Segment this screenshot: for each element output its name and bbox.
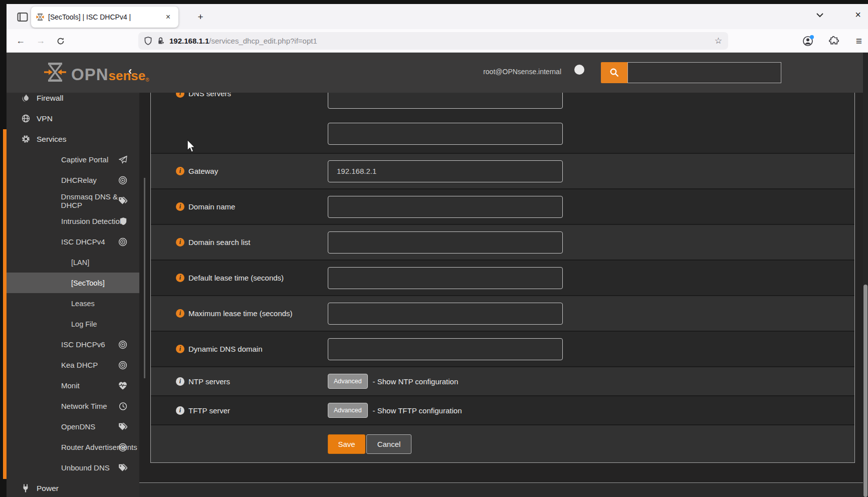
info-icon[interactable]: i [176, 238, 184, 246]
tags-icon [118, 463, 127, 472]
form-row-default-lease-time-seconds: i Default lease time (seconds) [151, 260, 854, 295]
bullseye-icon [118, 237, 127, 246]
sidebar-item-label: Services [37, 135, 66, 144]
advanced-hint-text: - Show TFTP configuration [373, 406, 462, 415]
sidebar-item-services[interactable]: Services [7, 129, 139, 149]
sidebar-item-label: Captive Portal [61, 155, 108, 164]
search-button[interactable] [601, 62, 627, 83]
form-text-input[interactable] [328, 160, 563, 182]
save-button[interactable]: Save [328, 434, 365, 454]
new-tab-button[interactable]: + [193, 10, 208, 24]
sidebar-item-isc-dhcpv6[interactable]: ISC DHCPv6 [7, 334, 139, 355]
sidebar-item-captive-portal[interactable]: Captive Portal [7, 149, 139, 170]
info-icon[interactable]: i [176, 167, 184, 175]
bookmark-star-icon[interactable]: ☆ [715, 36, 722, 46]
sidebar-collapse-chevron[interactable]: ‹ [128, 65, 132, 78]
window-close-icon[interactable]: × [855, 9, 861, 21]
sidebar-item-lan[interactable]: [LAN] [7, 252, 139, 273]
form-row-dynamic-dns-domain: i Dynamic DNS domain [151, 331, 854, 366]
info-icon[interactable]: i [176, 345, 184, 353]
address-field[interactable]: 192.168.1.1/services_dhcp_edit.php?if=op… [138, 32, 728, 50]
sidebar-item-label: Firewall [37, 94, 63, 103]
form-text-input[interactable] [328, 196, 563, 218]
sidebar-item-label: Unbound DNS [61, 463, 110, 472]
sidebar-item-power[interactable]: Power [7, 478, 139, 497]
opnsense-hourglass-icon [43, 62, 67, 83]
opnsense-header: OPNsense® ‹ root@OPNsense.internal [7, 53, 868, 93]
sidebar-item-isc-dhcpv4[interactable]: ISC DHCPv4 [7, 231, 139, 252]
sidebar-item-router-advertisements[interactable]: Router Advertisements [7, 437, 139, 457]
sidebar-item-label: OpenDNS [61, 422, 95, 431]
opnsense-logo[interactable]: OPNsense® [43, 62, 149, 83]
form-row-tftp-server: i TFTP server Advanced - Show TFTP confi… [151, 395, 854, 424]
form-text-input[interactable] [328, 338, 563, 360]
sidebar-item-opendns[interactable]: OpenDNS [7, 416, 139, 437]
bullseye-icon [118, 340, 127, 349]
page-scrollbar-thumb[interactable] [863, 285, 867, 497]
dhcp-edit-form-panel: i DNS servers i Gateway [150, 87, 855, 463]
advanced-toggle-button[interactable]: Advanced [328, 374, 368, 389]
sidebar-item-label: Dnsmasq DNS & DHCP [61, 192, 139, 209]
browser-url-bar: ← → 192.168.1.1/services_dhcp_edit.php?i… [7, 29, 868, 53]
sidebar-item-leases[interactable]: Leases [7, 293, 139, 314]
form-text-input[interactable] [328, 267, 563, 289]
mouse-cursor [186, 139, 197, 154]
sidebar-item-intrusion-detection[interactable]: Intrusion Detection [7, 211, 139, 231]
sidebar-item-label: VPN [37, 114, 53, 123]
extensions-puzzle-icon[interactable] [825, 29, 842, 53]
tab-close-icon[interactable]: × [163, 12, 173, 23]
brand-opn-text: OPN [71, 66, 109, 83]
bullseye-icon [118, 443, 127, 452]
advanced-toggle-button[interactable]: Advanced [328, 403, 368, 418]
tags-icon [118, 196, 127, 205]
form-row-label: Gateway [188, 167, 218, 175]
tracking-shield-icon[interactable] [144, 37, 152, 45]
search-icon [609, 68, 619, 78]
bullseye-icon [118, 361, 127, 370]
account-notification-dot [810, 35, 814, 39]
sidebar-item-label: Kea DHCP [61, 361, 98, 369]
logged-in-user[interactable]: root@OPNsense.internal [483, 68, 561, 76]
form-text-input[interactable] [328, 303, 563, 325]
hamburger-menu-icon[interactable]: ≡ [850, 29, 867, 53]
sidebar-item-log-file[interactable]: Log File [7, 314, 139, 334]
page-footer-area [139, 483, 868, 497]
forward-button[interactable]: → [33, 29, 49, 53]
sidebar-item-unbound-dns[interactable]: Unbound DNS [7, 457, 139, 478]
tab-list-chevron-icon[interactable] [816, 13, 824, 18]
sidebar-scrollbar[interactable] [144, 178, 145, 378]
info-icon[interactable]: i [176, 406, 184, 415]
sidebar-item-monit[interactable]: Monit [7, 375, 139, 396]
info-icon[interactable]: i [176, 377, 184, 386]
dns-server-input-2[interactable] [328, 123, 563, 145]
info-icon[interactable]: i [176, 309, 184, 318]
firefox-view-icon[interactable] [15, 11, 30, 24]
tab-title: [SecTools] | ISC DHCPv4 | [48, 13, 163, 21]
sidebar-item-kea-dhcp[interactable]: Kea DHCP [7, 355, 139, 375]
cancel-button[interactable]: Cancel [366, 434, 411, 454]
connection-lock-icon[interactable] [157, 37, 164, 45]
sidebar-item-vpn[interactable]: VPN [7, 108, 139, 129]
brand-sense-text: sense [109, 69, 146, 83]
sidebar-item-dhcrelay[interactable]: DHCRelay [7, 170, 139, 190]
sidebar-item-label: [LAN] [71, 259, 89, 267]
status-dot[interactable] [574, 65, 584, 75]
info-icon[interactable]: i [176, 202, 184, 211]
sidebar-item-label: Power [37, 484, 59, 493]
form-row-maximum-lease-time-seconds: i Maximum lease time (seconds) [151, 295, 854, 331]
clock-icon [119, 402, 127, 410]
page-scrollbar-track[interactable] [863, 53, 868, 497]
form-text-input[interactable] [328, 231, 563, 254]
search-input[interactable] [627, 62, 781, 83]
account-icon[interactable] [799, 29, 816, 53]
info-icon[interactable]: i [176, 274, 184, 282]
form-row-ntp-servers: i NTP servers Advanced - Show NTP config… [151, 366, 854, 395]
url-text: 192.168.1.1/services_dhcp_edit.php?if=op… [169, 37, 711, 45]
sidebar-item-dnsmasq-dns-dhcp[interactable]: Dnsmasq DNS & DHCP [7, 190, 139, 211]
browser-tab-bar: [SecTools] | ISC DHCPv4 | × + × [7, 4, 868, 29]
sidebar-item-network-time[interactable]: Network Time [7, 396, 139, 416]
reload-button[interactable] [53, 29, 69, 53]
sidebar-item-sectools[interactable]: [SecTools] [7, 273, 139, 293]
back-button[interactable]: ← [13, 29, 29, 53]
browser-tab[interactable]: [SecTools] | ISC DHCPv4 | × [31, 7, 178, 28]
